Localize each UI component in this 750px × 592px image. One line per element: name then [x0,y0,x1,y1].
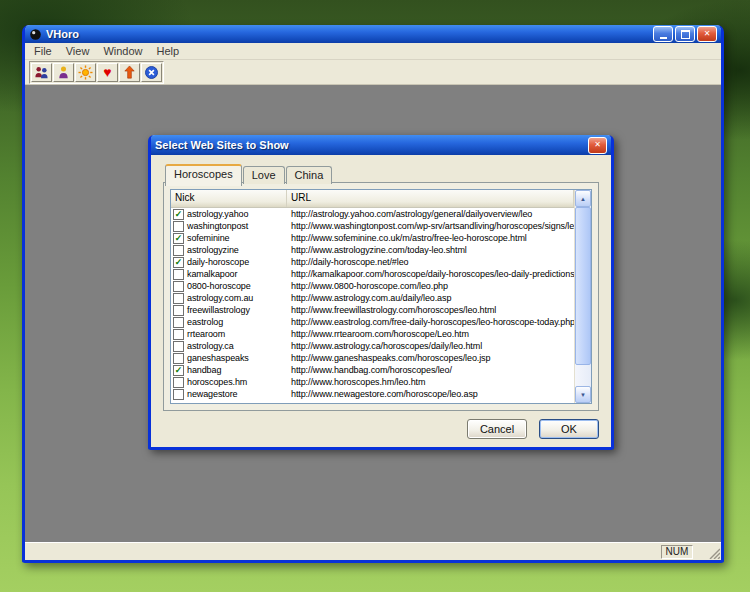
table-row[interactable]: ✓ handbag http://www.handbag.com/horosco… [171,364,574,376]
app-titlebar[interactable]: VHoro ✕ [25,25,721,43]
row-nick-cell: ✓ astrology.yahoo [171,209,287,220]
table-row[interactable]: ✓ sofeminine http://www.sofeminine.co.uk… [171,232,574,244]
row-nick-cell: washingtonpost [171,221,287,232]
dialog-close-button[interactable]: ✕ [588,137,607,154]
table-row[interactable]: freewillastrology http://www.freewillast… [171,304,574,316]
ok-button[interactable]: OK [539,419,599,439]
table-row[interactable]: rrtearoom http://www.rrtearoom.com/horos… [171,328,574,340]
scrollbar-track[interactable] [575,207,591,386]
row-nick-cell: ✓ handbag [171,365,287,376]
menu-file[interactable]: File [27,44,59,58]
scrollbar-thumb[interactable] [575,207,591,365]
row-checkbox[interactable] [173,221,184,232]
row-nick: astrology.com.au [187,293,253,303]
row-checkbox[interactable] [173,317,184,328]
table-row[interactable]: kamalkapoor http://kamalkapoor.com/horos… [171,268,574,280]
dialog-title: Select Web Sites to Show [155,139,588,151]
table-row[interactable]: washingtonpost http://www.washingtonpost… [171,220,574,232]
menubar: File View Window Help [25,43,721,60]
app-window: VHoro ✕ File View Window Help [22,25,724,563]
row-nick-cell: kamalkapoor [171,269,287,280]
row-checkbox[interactable] [173,245,184,256]
tab-horoscopes[interactable]: Horoscopes [165,164,242,186]
row-nick: kamalkapoor [187,269,237,279]
row-nick-cell: rrtearoom [171,329,287,340]
table-row[interactable]: astrologyzine http://www.astrologyzine.c… [171,244,574,256]
row-checkbox[interactable]: ✓ [173,233,184,244]
row-checkbox[interactable]: ✓ [173,365,184,376]
toolbar-group: ♥ [29,61,164,84]
tab-china[interactable]: China [286,166,333,184]
row-nick-cell: astrologyzine [171,245,287,256]
scroll-up-button[interactable]: ▲ [575,190,591,207]
table-row[interactable]: newagestore http://www.newagestore.com/h… [171,388,574,400]
row-checkbox[interactable] [173,329,184,340]
tab-page: Nick URL ✓ astrology.yahoo http://astrol… [163,182,599,411]
row-nick: ganeshaspeaks [187,353,249,363]
cancel-button[interactable]: Cancel [467,419,527,439]
window-controls: ✕ [653,26,717,42]
row-url: http://www.horoscopes.hm/leo.htm [287,377,574,387]
sun-icon[interactable] [75,63,96,82]
table-row[interactable]: astrology.com.au http://www.astrology.co… [171,292,574,304]
tab-love[interactable]: Love [243,166,285,184]
row-checkbox[interactable] [173,341,184,352]
statusbar: NUM [25,542,721,560]
row-url: http://www.newagestore.com/horoscope/leo… [287,389,574,399]
close-button[interactable]: ✕ [697,26,717,42]
column-header-nick[interactable]: Nick [171,190,287,207]
table-row[interactable]: horoscopes.hm http://www.horoscopes.hm/l… [171,376,574,388]
row-url: http://www.washingtonpost.com/wp-srv/art… [287,221,574,231]
scroll-down-button[interactable]: ▼ [575,386,591,403]
row-checkbox[interactable] [173,281,184,292]
menu-window[interactable]: Window [96,44,149,58]
row-url: http://astrology.yahoo.com/astrology/gen… [287,209,574,219]
table-row[interactable]: ✓ astrology.yahoo http://astrology.yahoo… [171,208,574,220]
list-header: Nick URL [171,190,574,208]
row-nick: handbag [187,365,221,375]
row-url: http://www.ganeshaspeaks.com/horoscopes/… [287,353,574,363]
row-checkbox[interactable]: ✓ [173,257,184,268]
table-row[interactable]: eastrolog http://www.eastrolog.com/free-… [171,316,574,328]
menu-help[interactable]: Help [150,44,187,58]
row-nick: eastrolog [187,317,223,327]
person-icon[interactable] [53,63,74,82]
dialog-buttons: Cancel OK [467,419,599,439]
resize-grip[interactable] [707,546,720,559]
row-checkbox[interactable]: ✓ [173,209,184,220]
minimize-button[interactable] [653,26,673,42]
column-header-url[interactable]: URL [287,190,574,207]
maximize-button[interactable] [675,26,695,42]
row-url: http://www.astrology.com.au/daily/leo.as… [287,293,574,303]
app-title: VHoro [46,28,649,40]
row-nick: freewillastrology [187,305,250,315]
row-nick-cell: eastrolog [171,317,287,328]
table-row[interactable]: ganeshaspeaks http://www.ganeshaspeaks.c… [171,352,574,364]
table-row[interactable]: ✓ daily-horoscope http://daily-horoscope… [171,256,574,268]
exit-icon[interactable] [141,63,162,82]
row-url: http://www.eastrolog.com/free-daily-horo… [287,317,574,327]
mdi-client-area: Select Web Sites to Show ✕ Horoscopes Lo… [25,85,721,542]
toolbar: ♥ [25,60,721,85]
row-checkbox[interactable] [173,389,184,400]
menu-view[interactable]: View [59,44,97,58]
row-nick-cell: freewillastrology [171,305,287,316]
row-nick: astrology.ca [187,341,234,351]
up-arrow-icon[interactable] [119,63,140,82]
row-checkbox[interactable] [173,353,184,364]
row-nick-cell: astrology.ca [171,341,287,352]
contacts-icon[interactable] [31,63,52,82]
table-row[interactable]: astrology.ca http://www.astrology.ca/hor… [171,340,574,352]
row-checkbox[interactable] [173,377,184,388]
row-checkbox[interactable] [173,293,184,304]
heart-icon[interactable]: ♥ [97,63,118,82]
dialog-titlebar[interactable]: Select Web Sites to Show ✕ [151,135,611,155]
row-nick: astrology.yahoo [187,209,248,219]
row-checkbox[interactable] [173,269,184,280]
row-checkbox[interactable] [173,305,184,316]
row-nick: daily-horoscope [187,257,249,267]
row-nick-cell: astrology.com.au [171,293,287,304]
table-row[interactable]: 0800-horoscope http://www.0800-horoscope… [171,280,574,292]
list-body: ✓ astrology.yahoo http://astrology.yahoo… [171,208,574,403]
vertical-scrollbar[interactable]: ▲ ▼ [574,190,591,403]
